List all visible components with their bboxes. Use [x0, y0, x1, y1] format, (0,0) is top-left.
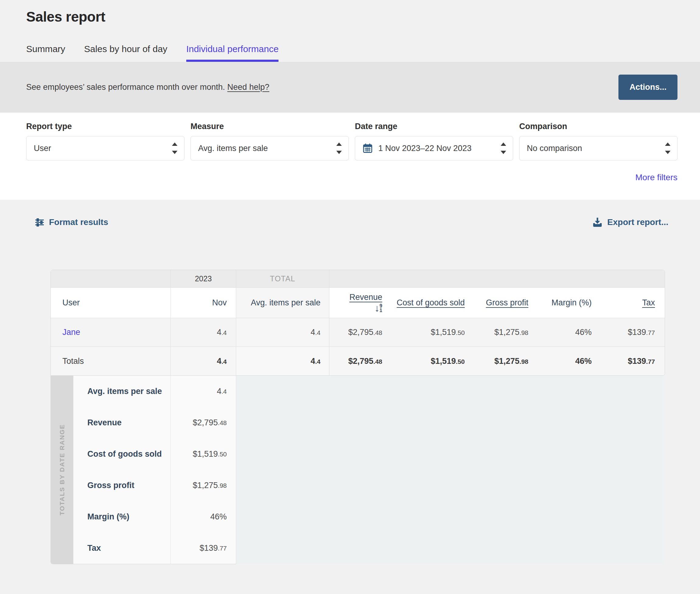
- column-header-avg-items-per-sale: Avg. items per sale: [236, 288, 329, 318]
- spinner-icon: [172, 142, 177, 154]
- calendar-icon: [362, 143, 373, 154]
- format-results-label: Format results: [49, 218, 108, 227]
- totals-total-cell: 4.4: [236, 347, 329, 375]
- metric-label: Cost of goods sold: [73, 438, 171, 470]
- more-filters-link[interactable]: More filters: [635, 173, 677, 182]
- tab-individual-performance[interactable]: Individual performance: [186, 44, 279, 62]
- empty-panel: [236, 376, 664, 564]
- measure-select[interactable]: Avg. items per sale: [190, 136, 349, 160]
- table-group-header-row: 2023 TOTAL: [51, 270, 665, 288]
- metric-label: Gross profit: [73, 470, 171, 501]
- metric-label: Margin (%): [73, 501, 171, 532]
- format-results-button[interactable]: Format results: [35, 218, 108, 227]
- totals-by-date-range-strip: TOTALS BY DATE RANGE: [51, 376, 73, 564]
- page-title: Sales report: [26, 8, 677, 25]
- table-header-row: User Nov Avg. items per sale Revenue ↓ 9…: [51, 288, 665, 318]
- report-toolbar: Format results Export report...: [0, 200, 700, 227]
- comparison-select[interactable]: No comparison: [519, 136, 677, 160]
- metric-label: Avg. items per sale: [73, 376, 171, 407]
- totals-margin-cell: 46%: [534, 347, 598, 375]
- group-header-total: TOTAL: [236, 270, 329, 288]
- info-banner: See employees’ sales performance month o…: [0, 62, 700, 113]
- sales-report-page: Sales report Summary Sales by hour of da…: [0, 0, 700, 594]
- banner-description: See employees’ sales performance month o…: [26, 82, 225, 92]
- user-cell: Jane: [51, 318, 171, 347]
- actions-button[interactable]: Actions...: [619, 75, 677, 100]
- spinner-icon: [501, 142, 506, 154]
- export-report-button[interactable]: Export report...: [593, 218, 668, 227]
- column-header-user: User: [51, 288, 171, 318]
- report-content: Format results Export report...: [0, 200, 700, 570]
- tab-bar: Summary Sales by hour of day Individual …: [26, 44, 677, 62]
- gross-profit-cell: $1,275.98: [471, 318, 534, 347]
- column-header-margin: Margin (%): [534, 288, 598, 318]
- total-cell: 4.4: [236, 318, 329, 347]
- group-header-year: 2023: [171, 270, 236, 288]
- sliders-icon: [35, 218, 44, 227]
- column-header-revenue[interactable]: Revenue ↓ 91: [329, 288, 388, 318]
- user-link-jane[interactable]: Jane: [62, 328, 80, 337]
- group-header-spacer: [329, 270, 665, 288]
- totals-tax-cell: $139.77: [598, 347, 665, 375]
- nov-cell: 4.4: [171, 318, 236, 347]
- margin-cell: 46%: [534, 318, 598, 347]
- need-help-link[interactable]: Need help?: [228, 82, 269, 92]
- metric-value: 4.4: [171, 376, 236, 407]
- banner-text: See employees’ sales performance month o…: [26, 82, 269, 92]
- table-row-jane: Jane 4.4 4.4 $2,795.48 $1,519.50 $1,275.…: [51, 318, 665, 347]
- metric-value: 46%: [171, 501, 236, 532]
- report-type-value: User: [34, 144, 51, 153]
- measure-label: Measure: [190, 122, 349, 131]
- totals-label-cell: Totals: [51, 347, 171, 375]
- report-type-label: Report type: [26, 122, 184, 131]
- spinner-icon: [665, 142, 670, 154]
- totals-by-date-range-label: TOTALS BY DATE RANGE: [59, 424, 66, 516]
- filter-report-type: Report type User: [26, 122, 184, 160]
- column-header-tax[interactable]: Tax: [598, 288, 665, 318]
- tab-summary[interactable]: Summary: [26, 44, 65, 62]
- report-table: 2023 TOTAL User Nov Avg. items per sale …: [50, 270, 664, 564]
- sort-descending-icon: ↓ 91: [375, 303, 382, 313]
- date-range-select[interactable]: 1 Nov 2023–22 Nov 2023: [355, 136, 513, 160]
- totals-gross-profit-cell: $1,275.98: [471, 347, 534, 375]
- table-row-totals: Totals 4.4 4.4 $2,795.48 $1,519.50 $1,27…: [51, 347, 665, 375]
- spinner-icon: [336, 142, 342, 154]
- metric-label: Tax: [73, 532, 171, 564]
- comparison-label: Comparison: [519, 122, 677, 131]
- cogs-cell: $1,519.50: [388, 318, 471, 347]
- measure-value: Avg. items per sale: [198, 144, 268, 153]
- totals-revenue-cell: $2,795.48: [329, 347, 388, 375]
- revenue-cell: $2,795.48: [329, 318, 388, 347]
- metric-value: $1,519.50: [171, 438, 236, 470]
- report-type-select[interactable]: User: [26, 136, 184, 160]
- filter-measure: Measure Avg. items per sale: [190, 122, 349, 160]
- totals-nov-cell: 4.4: [171, 347, 236, 375]
- date-range-value: 1 Nov 2023–22 Nov 2023: [378, 144, 471, 153]
- tab-sales-by-hour-of-day[interactable]: Sales by hour of day: [84, 44, 167, 62]
- metric-value: $139.77: [171, 532, 236, 564]
- date-range-label: Date range: [355, 122, 513, 131]
- column-header-gross-profit[interactable]: Gross profit: [471, 288, 534, 318]
- metric-value: $1,275.98: [171, 470, 236, 501]
- filter-comparison: Comparison No comparison: [519, 122, 677, 160]
- metric-label: Revenue: [73, 407, 171, 438]
- totals-by-date-range-section: TOTALS BY DATE RANGE Avg. items per sale…: [50, 376, 664, 564]
- column-header-cost-of-goods-sold[interactable]: Cost of goods sold: [388, 288, 471, 318]
- filters-section: Report type User Measure Avg. items per …: [0, 113, 700, 200]
- export-report-label: Export report...: [607, 218, 668, 227]
- page-header: Sales report Summary Sales by hour of da…: [0, 0, 700, 62]
- totals-cogs-cell: $1,519.50: [388, 347, 471, 375]
- tax-cell: $139.77: [598, 318, 665, 347]
- download-icon: [593, 218, 602, 227]
- comparison-value: No comparison: [527, 144, 582, 153]
- column-header-nov: Nov: [171, 288, 236, 318]
- group-header-empty: [51, 270, 171, 288]
- metric-value: $2,795.48: [171, 407, 236, 438]
- filter-date-range: Date range 1 Nov 2023–22 Nov 2023: [355, 122, 513, 160]
